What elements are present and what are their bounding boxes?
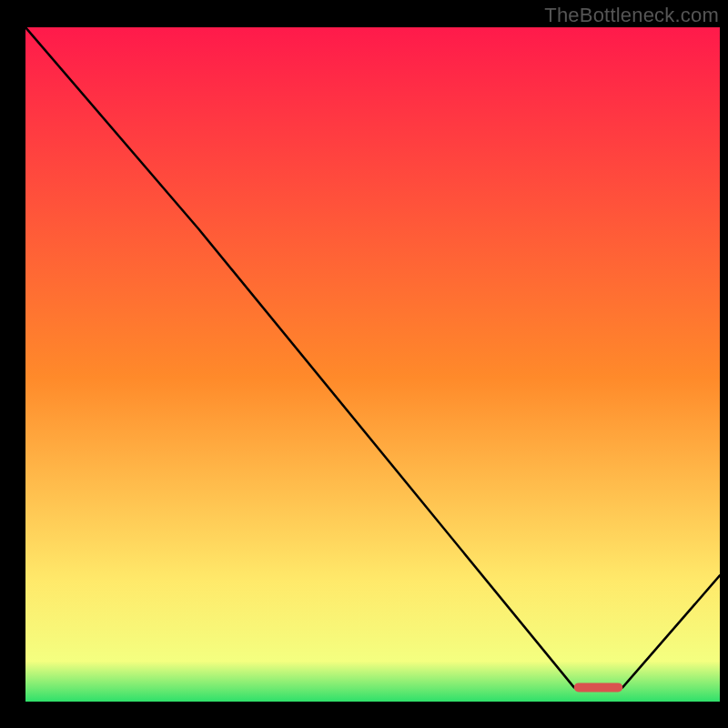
optimal-marker [574, 682, 622, 692]
chart-svg [25, 27, 720, 702]
gradient-background [25, 27, 720, 702]
chart-frame: TheBottleneck.com [0, 0, 728, 728]
watermark-text: TheBottleneck.com [544, 4, 719, 27]
plot-area [25, 27, 720, 702]
